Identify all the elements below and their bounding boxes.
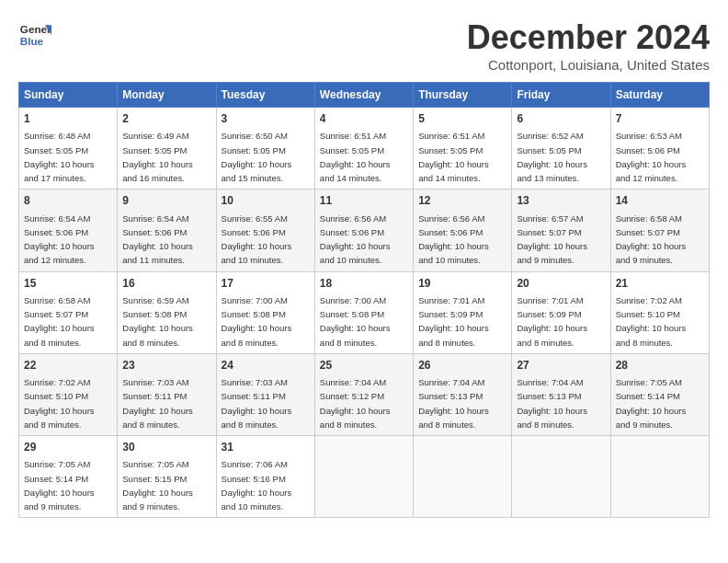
day-info: Sunrise: 6:56 AM Sunset: 5:06 PM Dayligh… [418, 213, 489, 266]
day-number: 25 [320, 358, 408, 373]
calendar-day-cell: 19Sunrise: 7:01 AM Sunset: 5:09 PM Dayli… [414, 271, 512, 353]
calendar-day-cell: 31Sunrise: 7:06 AM Sunset: 5:16 PM Dayli… [216, 436, 314, 518]
day-info: Sunrise: 6:49 AM Sunset: 5:05 PM Dayligh… [122, 131, 193, 183]
calendar-body: 1Sunrise: 6:48 AM Sunset: 5:05 PM Daylig… [19, 108, 710, 518]
day-info: Sunrise: 6:55 AM Sunset: 5:06 PM Dayligh… [222, 213, 292, 266]
day-info: Sunrise: 6:50 AM Sunset: 5:05 PM Dayligh… [222, 131, 292, 183]
day-number: 8 [24, 193, 112, 209]
title-area: December 2024 Cottonport, Louisiana, Uni… [467, 18, 710, 73]
day-number: 3 [222, 111, 310, 127]
calendar-day-cell: 9Sunrise: 6:54 AM Sunset: 5:06 PM Daylig… [118, 190, 216, 271]
day-number: 18 [320, 276, 408, 292]
calendar-day-cell: 13Sunrise: 6:57 AM Sunset: 5:07 PM Dayli… [512, 190, 610, 271]
day-info: Sunrise: 7:04 AM Sunset: 5:13 PM Dayligh… [517, 377, 587, 430]
day-number: 1 [24, 111, 112, 127]
day-info: Sunrise: 7:00 AM Sunset: 5:08 PM Dayligh… [320, 295, 391, 348]
calendar-day-cell: 4Sunrise: 6:51 AM Sunset: 5:05 PM Daylig… [314, 108, 413, 190]
calendar-day-cell: 11Sunrise: 6:56 AM Sunset: 5:06 PM Dayli… [314, 190, 413, 271]
calendar-day-cell: 22Sunrise: 7:02 AM Sunset: 5:10 PM Dayli… [19, 353, 118, 435]
day-number: 30 [122, 440, 210, 455]
day-number: 14 [616, 193, 704, 209]
day-info: Sunrise: 7:04 AM Sunset: 5:12 PM Dayligh… [320, 377, 391, 430]
calendar-day-cell: 12Sunrise: 6:56 AM Sunset: 5:06 PM Dayli… [414, 190, 512, 271]
day-number: 20 [517, 276, 605, 292]
calendar-day-cell: 27Sunrise: 7:04 AM Sunset: 5:13 PM Dayli… [512, 353, 610, 435]
day-info: Sunrise: 6:48 AM Sunset: 5:05 PM Dayligh… [24, 131, 95, 183]
calendar-day-cell: 25Sunrise: 7:04 AM Sunset: 5:12 PM Dayli… [314, 353, 413, 435]
day-info: Sunrise: 6:53 AM Sunset: 5:06 PM Dayligh… [616, 131, 687, 183]
calendar-week-row: 15Sunrise: 6:58 AM Sunset: 5:07 PM Dayli… [19, 271, 710, 353]
day-info: Sunrise: 7:06 AM Sunset: 5:16 PM Dayligh… [222, 459, 292, 511]
calendar-day-cell: 14Sunrise: 6:58 AM Sunset: 5:07 PM Dayli… [610, 190, 709, 271]
day-info: Sunrise: 7:02 AM Sunset: 5:10 PM Dayligh… [24, 377, 95, 430]
day-info: Sunrise: 6:54 AM Sunset: 5:06 PM Dayligh… [122, 213, 193, 266]
svg-text:Blue: Blue [20, 35, 44, 47]
day-info: Sunrise: 7:05 AM Sunset: 5:14 PM Dayligh… [616, 377, 687, 430]
calendar-day-cell: 21Sunrise: 7:02 AM Sunset: 5:10 PM Dayli… [610, 271, 709, 353]
calendar-week-row: 1Sunrise: 6:48 AM Sunset: 5:05 PM Daylig… [19, 108, 710, 190]
day-info: Sunrise: 6:52 AM Sunset: 5:05 PM Dayligh… [517, 131, 587, 183]
calendar-day-cell: 24Sunrise: 7:03 AM Sunset: 5:11 PM Dayli… [216, 353, 314, 435]
calendar-day-cell [314, 436, 413, 518]
day-number: 13 [517, 193, 605, 209]
day-info: Sunrise: 6:58 AM Sunset: 5:07 PM Dayligh… [24, 295, 95, 348]
day-info: Sunrise: 6:57 AM Sunset: 5:07 PM Dayligh… [517, 213, 587, 266]
calendar-day-cell [610, 436, 709, 518]
calendar-day-cell: 1Sunrise: 6:48 AM Sunset: 5:05 PM Daylig… [19, 108, 118, 190]
day-info: Sunrise: 6:56 AM Sunset: 5:06 PM Dayligh… [320, 213, 391, 266]
day-info: Sunrise: 7:00 AM Sunset: 5:08 PM Dayligh… [222, 295, 292, 348]
calendar-day-cell: 28Sunrise: 7:05 AM Sunset: 5:14 PM Dayli… [610, 353, 709, 435]
weekday-header-cell: Sunday [19, 83, 118, 108]
calendar-day-cell: 6Sunrise: 6:52 AM Sunset: 5:05 PM Daylig… [512, 108, 610, 190]
day-number: 23 [122, 358, 210, 373]
day-info: Sunrise: 7:04 AM Sunset: 5:13 PM Dayligh… [418, 377, 489, 430]
calendar-day-cell: 2Sunrise: 6:49 AM Sunset: 5:05 PM Daylig… [118, 108, 216, 190]
calendar-table: SundayMondayTuesdayWednesdayThursdayFrid… [18, 82, 710, 518]
day-info: Sunrise: 6:51 AM Sunset: 5:05 PM Dayligh… [418, 131, 489, 183]
calendar-day-cell: 20Sunrise: 7:01 AM Sunset: 5:09 PM Dayli… [512, 271, 610, 353]
calendar-day-cell: 3Sunrise: 6:50 AM Sunset: 5:05 PM Daylig… [216, 108, 314, 190]
day-info: Sunrise: 6:51 AM Sunset: 5:05 PM Dayligh… [320, 131, 391, 183]
weekday-header-cell: Friday [512, 83, 610, 108]
calendar-day-cell: 29Sunrise: 7:05 AM Sunset: 5:14 PM Dayli… [19, 436, 118, 518]
page-header: General Blue General Blue December 2024 … [18, 18, 710, 73]
day-number: 11 [320, 193, 408, 209]
day-number: 17 [222, 276, 310, 292]
weekday-header-cell: Wednesday [314, 83, 413, 108]
day-number: 6 [517, 111, 605, 127]
calendar-day-cell: 7Sunrise: 6:53 AM Sunset: 5:06 PM Daylig… [610, 108, 709, 190]
weekday-header-cell: Monday [118, 83, 216, 108]
day-number: 15 [24, 276, 112, 292]
calendar-day-cell: 16Sunrise: 6:59 AM Sunset: 5:08 PM Dayli… [118, 271, 216, 353]
weekday-header-cell: Tuesday [216, 83, 314, 108]
weekday-header-cell: Saturday [610, 83, 709, 108]
day-number: 31 [222, 440, 310, 455]
day-number: 5 [418, 111, 506, 127]
day-number: 19 [418, 276, 506, 292]
day-info: Sunrise: 6:54 AM Sunset: 5:06 PM Dayligh… [24, 213, 95, 266]
location-title: Cottonport, Louisiana, United States [467, 57, 710, 73]
weekday-header-row: SundayMondayTuesdayWednesdayThursdayFrid… [19, 83, 710, 108]
calendar-day-cell [512, 436, 610, 518]
calendar-day-cell: 30Sunrise: 7:05 AM Sunset: 5:15 PM Dayli… [118, 436, 216, 518]
calendar-day-cell: 10Sunrise: 6:55 AM Sunset: 5:06 PM Dayli… [216, 190, 314, 271]
day-info: Sunrise: 7:05 AM Sunset: 5:14 PM Dayligh… [24, 459, 95, 511]
day-info: Sunrise: 7:02 AM Sunset: 5:10 PM Dayligh… [616, 295, 687, 348]
day-number: 26 [418, 358, 506, 373]
calendar-week-row: 29Sunrise: 7:05 AM Sunset: 5:14 PM Dayli… [19, 436, 710, 518]
day-info: Sunrise: 7:03 AM Sunset: 5:11 PM Dayligh… [122, 377, 193, 430]
day-info: Sunrise: 7:01 AM Sunset: 5:09 PM Dayligh… [517, 295, 587, 348]
calendar-day-cell: 5Sunrise: 6:51 AM Sunset: 5:05 PM Daylig… [414, 108, 512, 190]
day-number: 7 [616, 111, 704, 127]
calendar-week-row: 8Sunrise: 6:54 AM Sunset: 5:06 PM Daylig… [19, 190, 710, 271]
calendar-day-cell: 18Sunrise: 7:00 AM Sunset: 5:08 PM Dayli… [314, 271, 413, 353]
day-info: Sunrise: 7:05 AM Sunset: 5:15 PM Dayligh… [122, 459, 193, 511]
calendar-day-cell [414, 436, 512, 518]
day-number: 16 [122, 276, 210, 292]
calendar-week-row: 22Sunrise: 7:02 AM Sunset: 5:10 PM Dayli… [19, 353, 710, 435]
month-title: December 2024 [467, 18, 710, 57]
svg-text:General: General [20, 23, 51, 35]
day-info: Sunrise: 6:58 AM Sunset: 5:07 PM Dayligh… [616, 213, 687, 266]
day-info: Sunrise: 7:01 AM Sunset: 5:09 PM Dayligh… [418, 295, 489, 348]
day-number: 4 [320, 111, 408, 127]
